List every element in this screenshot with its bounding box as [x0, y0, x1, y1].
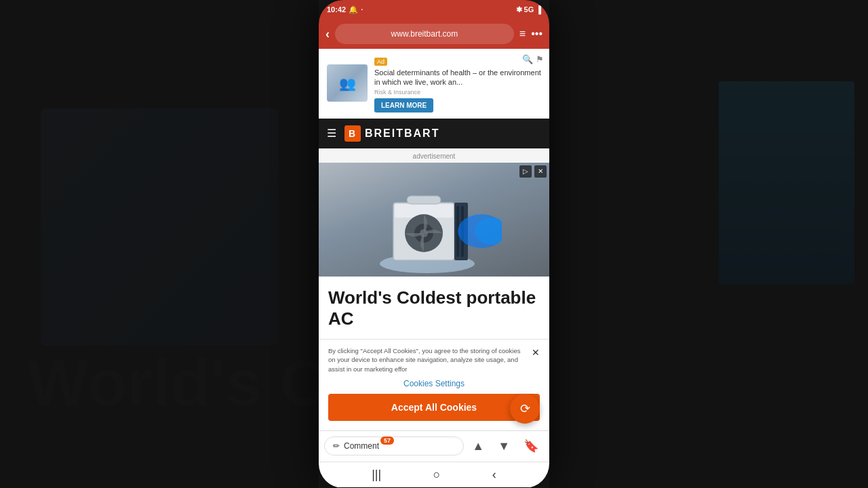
- ac-ad-image: [319, 163, 549, 277]
- hamburger-menu-icon[interactable]: ☰: [327, 127, 336, 140]
- browser-bar: ‹ www.breitbart.com ≡ •••: [319, 19, 549, 49]
- more-icon[interactable]: •••: [531, 28, 542, 40]
- phone-frame: 10:42 🔔 · ✱ 5G ▐ ‹ www.breitbart.com ≡ •…: [319, 0, 549, 488]
- notification-icon: 🔔: [349, 5, 358, 14]
- ad-search-icon: 🔍: [522, 54, 533, 64]
- battery-icon: ▐: [536, 5, 541, 14]
- status-left: 10:42 🔔 ·: [327, 5, 363, 14]
- ad-top-icons: 🔍 ⚑: [522, 54, 544, 64]
- cookie-message: By clicking "Accept All Cookies", you ag…: [328, 347, 520, 373]
- ad-thumbnail: 👥: [327, 64, 368, 102]
- ad-flag-icon: ⚑: [536, 54, 544, 64]
- cookie-text: By clicking "Accept All Cookies", you ag…: [328, 346, 540, 373]
- ac-advertisement[interactable]: ▷ ✕: [319, 163, 549, 339]
- ac-ad-headline: World's Coldest portable AC: [328, 287, 540, 329]
- advertisement-label: advertisement: [319, 148, 549, 163]
- svg-rect-11: [407, 196, 441, 204]
- ad-close-button[interactable]: ▷: [519, 165, 532, 178]
- status-time: 10:42: [327, 5, 346, 14]
- site-logo: B BREITBART: [344, 125, 439, 142]
- status-bar: 10:42 🔔 · ✱ 5G ▐: [319, 0, 549, 19]
- left-overlay: [0, 0, 319, 488]
- menu-icon[interactable]: ≡: [519, 28, 526, 40]
- signal-dots-icon: ·: [361, 5, 363, 14]
- upvote-button[interactable]: ▲: [467, 435, 490, 458]
- ac-unit-svg: [366, 165, 502, 274]
- logo-icon: B: [344, 125, 361, 142]
- ad-content: Ad Social determinants of health – or th…: [374, 54, 541, 113]
- android-home-button[interactable]: ○: [433, 468, 441, 482]
- status-right: ✱ 5G ▐: [516, 5, 541, 14]
- ad-dismiss-button[interactable]: ✕: [534, 165, 547, 178]
- ad-thumb-image: 👥: [327, 64, 368, 102]
- accept-cookies-button[interactable]: Accept All Cookies: [328, 394, 540, 421]
- comment-label: Comment: [344, 441, 379, 451]
- ad-close-bar: ▷ ✕: [519, 165, 547, 178]
- ad-source: Risk & Insurance: [374, 89, 541, 96]
- comment-count-badge: 57: [380, 436, 394, 445]
- comment-pencil-icon: ✏: [333, 441, 340, 451]
- right-overlay: [549, 0, 868, 488]
- cookie-close-button[interactable]: ✕: [532, 346, 540, 360]
- site-header: ☰ B BREITBART: [319, 119, 549, 148]
- share-fab-button[interactable]: ⟳: [510, 394, 540, 424]
- back-button[interactable]: ‹: [326, 27, 330, 41]
- url-bar[interactable]: www.breitbart.com: [335, 24, 514, 44]
- bookmark-button[interactable]: 🔖: [518, 434, 544, 458]
- browser-icons: ≡ •••: [519, 28, 542, 40]
- top-ad-banner: 👥 Ad Social determinants of health – or …: [319, 49, 549, 119]
- ac-ad-text-block: World's Coldest portable AC: [319, 277, 549, 339]
- share-icon: ⟳: [520, 401, 530, 416]
- network-type: 5G: [524, 5, 534, 14]
- ad-title: Social determinants of health – or the e…: [374, 68, 541, 87]
- downvote-button[interactable]: ▼: [492, 435, 515, 458]
- site-name: BREITBART: [365, 127, 439, 140]
- comment-button[interactable]: ✏ Comment 57: [324, 436, 464, 455]
- cookies-settings-link[interactable]: Cookies Settings: [328, 373, 540, 394]
- android-menu-button[interactable]: |||: [372, 468, 381, 482]
- bluetooth-icon: ✱: [516, 5, 522, 14]
- android-nav-bar: ||| ○ ‹: [319, 462, 549, 487]
- url-text: www.breitbart.com: [391, 29, 458, 39]
- bottom-toolbar: ✏ Comment 57 ▲ ▼ 🔖 ⟳: [319, 430, 549, 462]
- ad-badge: Ad: [374, 58, 387, 66]
- learn-more-button[interactable]: LEARN MORE: [374, 98, 433, 113]
- android-back-button[interactable]: ‹: [492, 468, 496, 482]
